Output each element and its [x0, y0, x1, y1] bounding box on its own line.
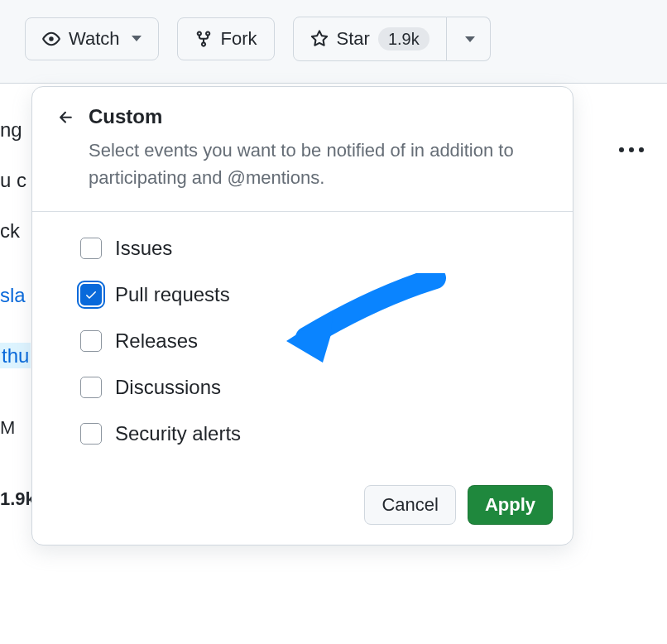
checkbox[interactable]: [80, 284, 102, 305]
checkbox-label: Pull requests: [115, 283, 230, 306]
checkbox-label: Discussions: [115, 376, 221, 399]
fork-button[interactable]: Fork: [177, 17, 275, 60]
apply-button[interactable]: Apply: [468, 485, 553, 525]
checkbox[interactable]: [80, 423, 102, 445]
star-button[interactable]: Star 1.9k: [293, 17, 447, 61]
star-dropdown-button[interactable]: [447, 17, 491, 61]
caret-down-icon: [132, 36, 142, 41]
dropdown-body: Issues Pull requests Releases Discussion…: [32, 212, 573, 477]
checkbox[interactable]: [80, 238, 102, 259]
caret-down-icon: [465, 36, 475, 42]
bg-link[interactable]: sla: [0, 284, 26, 306]
fork-label: Fork: [221, 28, 257, 50]
watch-custom-dropdown: Custom Select events you want to be noti…: [31, 86, 573, 545]
checkbox-row-issues[interactable]: Issues: [80, 237, 548, 260]
star-icon: [310, 30, 329, 48]
dropdown-description: Select events you want to be notified of…: [89, 137, 548, 191]
checkbox-label: Releases: [115, 329, 198, 353]
checkbox-row-security-alerts[interactable]: Security alerts: [80, 422, 548, 445]
checkbox-row-discussions[interactable]: Discussions: [80, 376, 548, 399]
bg-stars-count: 1.9k: [0, 488, 36, 509]
kebab-menu-button[interactable]: [619, 147, 644, 152]
dropdown-footer: Cancel Apply: [32, 477, 573, 545]
watch-label: Watch: [69, 28, 120, 50]
fork-icon: [194, 30, 213, 48]
star-label: Star: [337, 28, 370, 50]
cancel-button[interactable]: Cancel: [364, 485, 455, 525]
eye-icon: [42, 30, 60, 48]
repo-action-bar: Watch Fork Star 1.9k: [0, 0, 667, 84]
back-arrow-icon[interactable]: [57, 108, 75, 191]
checkbox-label: Security alerts: [115, 422, 241, 445]
checkbox-row-releases[interactable]: Releases: [80, 329, 548, 353]
checkbox[interactable]: [80, 377, 102, 398]
dropdown-title: Custom: [89, 105, 548, 128]
checkbox-label: Issues: [115, 237, 172, 260]
checkbox-row-pull-requests[interactable]: Pull requests: [80, 283, 548, 306]
star-count: 1.9k: [378, 27, 429, 50]
star-button-group: Star 1.9k: [293, 17, 491, 61]
checkbox[interactable]: [80, 330, 102, 352]
watch-button[interactable]: Watch: [25, 17, 159, 60]
bg-topic-tag[interactable]: thu: [0, 343, 31, 368]
dropdown-header: Custom Select events you want to be noti…: [32, 87, 573, 212]
